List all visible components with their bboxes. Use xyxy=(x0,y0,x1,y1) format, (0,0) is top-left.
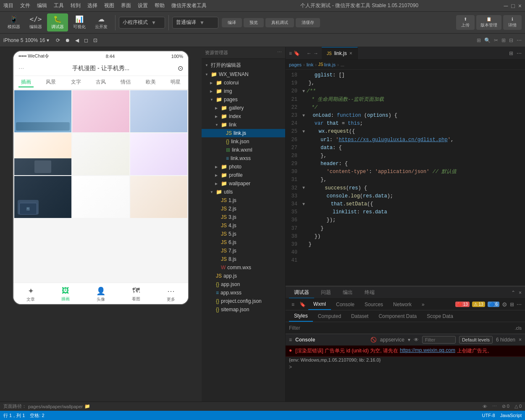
phone-tab-landscape[interactable]: 风景 xyxy=(43,78,58,87)
devtools-settings-icon[interactable]: ⚙ xyxy=(502,301,507,308)
cut-icon[interactable]: ✂ xyxy=(494,37,498,43)
clear-cache-button[interactable]: 清缓存 xyxy=(296,18,320,27)
collapse-icon-21[interactable]: ▼ xyxy=(302,88,305,95)
editor-more-icon[interactable]: ⋯ xyxy=(517,50,522,56)
filetree-colorui[interactable]: 📁 colorui xyxy=(202,79,285,87)
wxml-bookmark-icon[interactable]: 🔖 xyxy=(297,302,308,307)
simulator-button[interactable]: 📱 模拟器 xyxy=(3,13,24,32)
bottom-tab-terminal[interactable]: 终端 xyxy=(360,287,380,298)
version-button[interactable]: 📋 版本管理 xyxy=(476,15,501,30)
filetree-link-wxml[interactable]: ⊞ link.wxml xyxy=(202,146,285,154)
phone-nav-article[interactable]: ✦ 文章 xyxy=(26,286,35,302)
filetree-img[interactable]: 📁 img xyxy=(202,87,285,95)
image-cell-3[interactable] xyxy=(130,90,187,132)
filetree-link[interactable]: 📁 link xyxy=(202,121,285,129)
phone-tab-ancient[interactable]: 古风 xyxy=(93,78,108,87)
styles-tab-computed[interactable]: Computed xyxy=(313,310,346,322)
layout-icon[interactable]: ⊟ xyxy=(509,37,513,43)
wxml-panel-icon[interactable]: ≡ xyxy=(289,302,297,307)
filetree-3js[interactable]: JS 3.js xyxy=(202,213,285,221)
nav-back[interactable]: ← → xyxy=(303,47,322,59)
path-more-icon[interactable]: ⋯ xyxy=(492,404,497,409)
editor-button[interactable]: </> 编辑器 xyxy=(25,13,46,32)
phone-tab-star[interactable]: 明星 xyxy=(168,78,183,87)
styles-tab-styles[interactable]: Styles xyxy=(289,310,313,322)
eye-icon-path[interactable]: 👁 xyxy=(483,404,487,409)
phone-tabs[interactable]: 插画 风景 文字 古风 情侣 欧美 明星 xyxy=(13,76,188,89)
menu-item-tools[interactable]: 工具 xyxy=(54,2,64,9)
breadcrumb-filename[interactable]: link.js xyxy=(324,62,336,67)
devtools-tab-sources[interactable]: Sources xyxy=(360,299,388,310)
tab-close-icon[interactable]: × xyxy=(349,50,352,56)
image-cell-7[interactable]: 图 xyxy=(14,176,71,218)
menu-item-view[interactable]: 视图 xyxy=(104,2,114,9)
devtools-close-icon[interactable]: × xyxy=(519,290,522,296)
editor-code-area[interactable]: 18 19 20 21 22 23 24 25 26 27 28 29 xyxy=(286,70,525,286)
devtools-tab-console[interactable]: Console xyxy=(331,299,360,310)
filetree-wallpaper[interactable]: 📁 wallpaper xyxy=(202,179,285,188)
phone-nav-illustration[interactable]: 🖼 插画 xyxy=(61,286,70,302)
console-clear-icon[interactable]: 🚫 xyxy=(370,337,377,343)
visualize-button[interactable]: 📊 可视化 xyxy=(69,13,90,32)
image-cell-8[interactable] xyxy=(72,176,129,218)
styles-tab-dataset[interactable]: Dataset xyxy=(346,310,373,322)
bottom-tab-issues[interactable]: 问题 xyxy=(316,287,336,298)
record-icon[interactable]: ⏺ xyxy=(65,37,70,43)
devtools-more-icon[interactable]: ⋯ xyxy=(517,302,522,307)
filetree-app-js[interactable]: JS app.js xyxy=(202,272,285,280)
image-cell-5[interactable] xyxy=(72,133,129,175)
mode-dropdown[interactable]: 小程序模式 ▼ xyxy=(119,17,165,29)
editor-split-icon[interactable]: ⊞ xyxy=(509,50,513,56)
status-language[interactable]: JavaScript xyxy=(500,413,522,418)
styles-tab-component-data[interactable]: Component Data xyxy=(373,310,422,322)
collapse-icon-36[interactable]: ▼ xyxy=(302,201,305,208)
real-machine-button[interactable]: 真机调试 xyxy=(265,18,294,27)
status-encoding[interactable]: UTF-8 xyxy=(482,413,495,418)
filetree-photo[interactable]: 📁 photo xyxy=(202,163,285,171)
cloud-button[interactable]: ☁ 云开发 xyxy=(91,13,112,32)
filetree-link-json[interactable]: {} link.json xyxy=(202,137,285,146)
phone-nav-map[interactable]: 🗺 看图 xyxy=(132,286,140,302)
compile-dropdown[interactable]: 普通编译 ▼ xyxy=(172,17,218,29)
console-fold-icon[interactable]: ≡ xyxy=(289,337,292,343)
forward-icon[interactable]: ◻ xyxy=(84,37,88,43)
filetree-app-json[interactable]: {} app.json xyxy=(202,280,285,289)
debugger-button[interactable]: 🐛 调试器 xyxy=(47,13,68,32)
minimize-button[interactable]: ─ xyxy=(504,3,508,9)
filetree-link-js[interactable]: JS link.js xyxy=(202,129,285,137)
filetree-gallery[interactable]: 📁 gallery xyxy=(202,104,285,112)
filetree-1js[interactable]: JS 1.js xyxy=(202,196,285,205)
filetree-index[interactable]: 📁 index xyxy=(202,112,285,121)
menu-item-goto[interactable]: 转到 xyxy=(71,2,81,9)
menu-item-settings[interactable]: 设置 xyxy=(138,2,148,9)
breadcrumb-pages[interactable]: pages xyxy=(289,62,302,67)
filetree-section-open-editors[interactable]: 打开的编辑器 xyxy=(202,60,285,70)
grid-icon[interactable]: ⊞ xyxy=(501,37,506,43)
console-level-dropdown[interactable]: Default levels xyxy=(459,336,493,344)
filetree-app-wxss[interactable]: ≡ app.wxss xyxy=(202,289,285,297)
phone-tab-western[interactable]: 欧美 xyxy=(143,78,158,87)
filetree-more-icon[interactable]: ⋯ xyxy=(277,50,282,56)
menu-item-help[interactable]: 帮助 xyxy=(155,2,165,9)
devtools-tab-network[interactable]: Network xyxy=(388,299,417,310)
collapse-icon-24[interactable]: ▼ xyxy=(302,113,305,119)
filetree-5js[interactable]: JS 5.js xyxy=(202,230,285,238)
image-cell-1[interactable] xyxy=(14,90,71,132)
image-cell-4[interactable] xyxy=(14,133,71,175)
breadcrumb-link[interactable]: link xyxy=(307,62,314,67)
back-icon[interactable]: ◀ xyxy=(75,37,79,43)
upload-button[interactable]: ⬆ 上传 xyxy=(456,15,475,30)
close-button[interactable]: × xyxy=(518,3,522,9)
menu-item-wechat[interactable]: 微信开发者工具 xyxy=(171,2,207,9)
menu-item-select[interactable]: 选择 xyxy=(87,2,97,9)
more-icon[interactable]: ⋯ xyxy=(517,37,522,43)
console-prompt[interactable]: > xyxy=(286,363,525,371)
filetree-project-config[interactable]: {} project.config.json xyxy=(202,297,285,305)
search-toolbar-icon[interactable]: 🔍 xyxy=(484,37,491,43)
filetree-6js[interactable]: JS 6.js xyxy=(202,238,285,247)
filetree-2js[interactable]: JS 2.js xyxy=(202,205,285,213)
collapse-icon-34[interactable]: ▼ xyxy=(302,185,305,192)
console-eye-icon[interactable]: 👁 xyxy=(414,337,419,343)
page-dropdown-icon[interactable]: ▾ xyxy=(47,37,49,43)
devtools-tab-more[interactable]: » xyxy=(417,299,430,310)
